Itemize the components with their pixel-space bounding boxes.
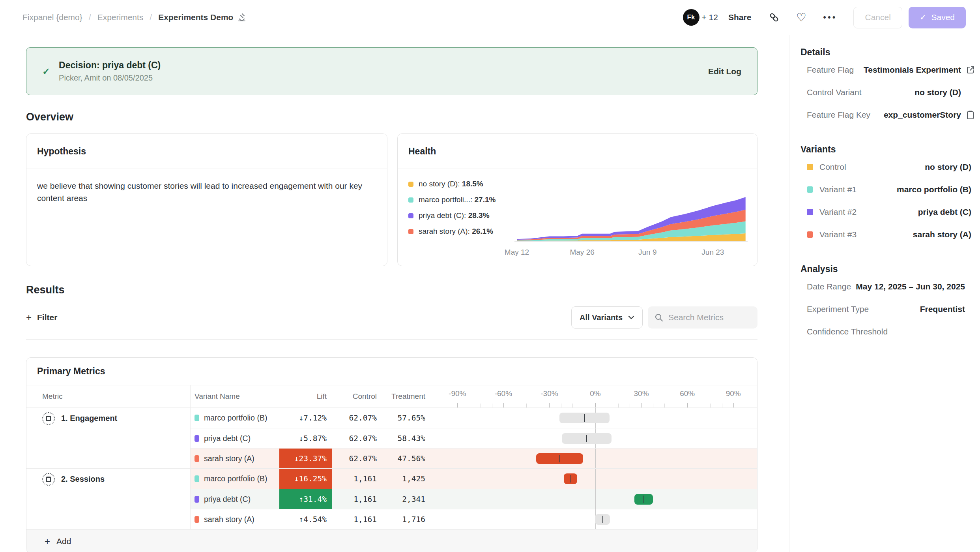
plus-icon: + (26, 312, 32, 323)
control-cell: 1,161 (332, 489, 378, 509)
legend-swatch (408, 229, 413, 234)
lift-cell: ↓23.37% (279, 449, 332, 468)
col-lift: Lift (279, 385, 332, 407)
health-x-axis: May 12May 26Jun 9Jun 23 (514, 246, 748, 257)
external-link-icon[interactable] (966, 65, 975, 75)
axis-tick-label: -60% (495, 389, 512, 398)
breadcrumb-item[interactable]: Experiments Demo (158, 13, 247, 22)
lift-cell: ↑4.54% (279, 509, 332, 529)
lift-value: ↑4.54% (299, 515, 327, 524)
variant-cell: sarah story (A) (191, 449, 279, 468)
details-value[interactable]: Testimonials Experiment (864, 65, 961, 75)
confidence-interval-cell (427, 428, 757, 448)
axis-tick-label: -30% (540, 389, 558, 398)
legend-item: sarah story (A): 26.1% (408, 227, 496, 236)
details-row: Control Variantno story (D) (800, 81, 980, 103)
variant-name: priya debt (C) (204, 434, 251, 443)
saved-button[interactable]: ✓ Saved (909, 7, 966, 28)
metric-group: 1. Engagementmarco portfolio (B)↓7.12%62… (26, 407, 757, 468)
details-row: Feature Flag Keyexp_customerStory (800, 103, 980, 126)
confidence-interval-cell (427, 489, 757, 509)
details-row: Feature FlagTestimonials Experiment (800, 58, 980, 81)
breadcrumb-item[interactable]: Experiments (97, 13, 144, 22)
variant-value: no story (D) (925, 162, 971, 172)
metric-cell: 1. Engagement (26, 408, 191, 468)
legend-item: priya debt (C): 28.3% (408, 211, 496, 220)
health-legend: no story (D): 18.5%marco portfoli...: 27… (408, 180, 496, 236)
hypothesis-title: Hypothesis (26, 134, 387, 169)
details-label: Feature Flag (807, 65, 854, 75)
legend-item: marco portfoli...: 27.1% (408, 195, 496, 204)
analysis-label: Date Range (807, 282, 851, 291)
health-card: Health no story (D): 18.5%marco portfoli… (397, 133, 757, 266)
confidence-interval-cell (427, 469, 757, 489)
results-heading: Results (26, 284, 757, 296)
variant-row: Variant #2priya debt (C) (800, 201, 980, 223)
variant-value: marco portfolio (B) (897, 185, 971, 194)
add-metric-button[interactable]: + Add (26, 529, 757, 552)
primary-metrics-title: Primary Metrics (26, 358, 757, 385)
analysis-label: Confidence Threshold (807, 327, 888, 336)
variant-color-chip (195, 435, 199, 442)
variant-label: Variant #2 (819, 207, 857, 217)
control-cell: 62.07% (332, 428, 378, 448)
analysis-row: Date RangeMay 12, 2025 – Jun 30, 2025 (800, 275, 980, 298)
search-metrics (648, 306, 757, 329)
more-options-icon[interactable]: ••• (823, 12, 837, 23)
variant-cell: marco portfolio (B) (191, 469, 279, 489)
table-row: priya debt (C)↓5.87%62.07%58.43% (191, 428, 757, 448)
search-metrics-input[interactable] (668, 313, 747, 322)
legend-label: marco portfoli...: 27.1% (419, 195, 496, 204)
edit-log-button[interactable]: Edit Log (708, 67, 741, 76)
cancel-button[interactable]: Cancel (853, 7, 902, 28)
confidence-interval-cell (427, 509, 757, 529)
point-estimate-marker (584, 414, 585, 422)
breadcrumb-item[interactable]: Fixpanel {demo} (22, 13, 82, 22)
control-cell: 62.07% (332, 408, 378, 428)
hypothesis-card: Hypothesis we believe that showing custo… (26, 133, 387, 266)
link-icon[interactable] (769, 12, 780, 23)
axis-tick-label: 30% (634, 389, 649, 398)
lift-cell: ↓16.25% (279, 469, 332, 489)
axis-tick-label: 90% (726, 389, 741, 398)
treatment-cell: 58.43% (378, 428, 427, 448)
avatar[interactable]: Fk (683, 9, 699, 26)
point-estimate-marker (570, 475, 571, 483)
table-row: priya debt (C)↑31.4%1,1612,341 (191, 489, 757, 509)
lift-value: ↓7.12% (299, 413, 327, 422)
confidence-interval-cell (427, 408, 757, 428)
add-filter-button[interactable]: + Filter (26, 312, 57, 323)
details-value: exp_customerStory (884, 110, 961, 120)
details-value: no story (D) (915, 88, 961, 97)
legend-swatch (408, 182, 413, 187)
variant-color-chip (807, 231, 813, 238)
col-control: Control (332, 385, 378, 407)
treatment-cell: 57.65% (378, 408, 427, 428)
breadcrumb: Fixpanel {demo}/Experiments/Experiments … (22, 13, 247, 22)
favorite-icon[interactable]: ♡ (796, 12, 806, 23)
control-cell: 1,161 (332, 509, 378, 529)
collaborator-count[interactable]: + 12 (702, 13, 718, 22)
variants-dropdown[interactable]: All Variants (571, 306, 643, 329)
metric-target-icon (42, 473, 55, 486)
axis-tick-label: -90% (449, 389, 466, 398)
analysis-row: Confidence Threshold (800, 320, 980, 343)
overview-heading: Overview (26, 111, 757, 123)
table-row: sarah story (A)↓23.37%62.07%47.56% (191, 448, 757, 468)
microscope-icon (237, 13, 247, 22)
health-area-chart (514, 197, 748, 242)
treatment-cell: 47.56% (378, 449, 427, 468)
variant-label: Variant #3 (819, 230, 857, 239)
details-label: Control Variant (807, 88, 862, 97)
plus-icon: + (45, 536, 50, 547)
metric-cell: 2. Sessions (26, 469, 191, 529)
table-row: marco portfolio (B)↓16.25%1,1611,425 (191, 469, 757, 489)
control-cell: 62.07% (332, 449, 378, 468)
analysis-heading: Analysis (800, 264, 980, 274)
share-button[interactable]: Share (728, 13, 751, 22)
copy-icon[interactable] (966, 110, 975, 120)
variant-name: priya debt (C) (204, 495, 251, 504)
axis-tick-label: 0% (590, 389, 600, 398)
point-estimate-marker (559, 455, 560, 462)
decision-title: Decision: priya debt (C) (59, 60, 161, 71)
